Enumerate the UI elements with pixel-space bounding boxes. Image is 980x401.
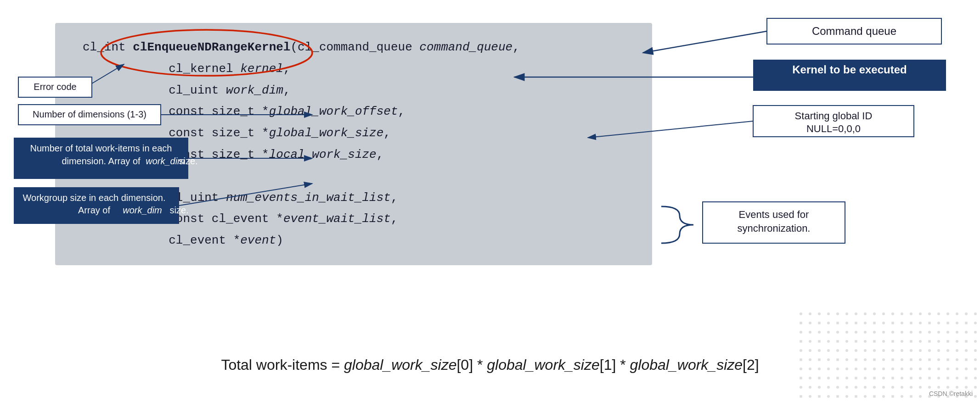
formula-label: Total work-items =: [221, 356, 344, 373]
svg-text:Command queue: Command queue: [812, 25, 896, 37]
code-param-0: (cl_command_queue command_queue,: [290, 40, 519, 54]
code-line-10: cl_event *event): [83, 230, 634, 251]
code-line-6: const size_t *local_work_size,: [83, 144, 634, 166]
formula-gws1-name: global_work_size: [487, 356, 599, 373]
code-block: cl_int clEnqueueNDRangeKernel(cl_command…: [55, 23, 652, 265]
code-function-name: clEnqueueNDRangeKernel: [133, 40, 290, 54]
formula-gws0-name: global_work_size: [344, 356, 456, 373]
svg-text:Events used for: Events used for: [739, 209, 809, 220]
formula-gws0-index: [0] *: [456, 356, 487, 373]
svg-line-3: [643, 31, 767, 53]
code-line-8: cl_uint num_events_in_wait_list,: [83, 187, 634, 209]
code-line-7: [83, 166, 634, 187]
dot-pattern: [796, 309, 980, 401]
formula-gws2-index: [2]: [743, 356, 759, 373]
code-line-4: const size_t *global_work_offset,: [83, 101, 634, 123]
svg-rect-4: [753, 60, 946, 91]
formula-gws2-name: global_work_size: [630, 356, 743, 373]
svg-text:NULL=0,0,0: NULL=0,0,0: [806, 123, 861, 134]
code-prefix: cl_int: [83, 40, 133, 54]
svg-text:synchronization.: synchronization.: [738, 223, 811, 234]
svg-text:Starting global ID: Starting global ID: [795, 110, 873, 122]
formula-gws1-index: [1] *: [600, 356, 630, 373]
code-line-2: cl_kernel kernel,: [83, 58, 634, 80]
svg-rect-34: [796, 309, 980, 401]
code-line-5: const size_t *global_work_size,: [83, 123, 634, 144]
code-line-3: cl_uint work_dim,: [83, 80, 634, 101]
code-line-1: cl_int clEnqueueNDRangeKernel(cl_command…: [83, 37, 634, 58]
svg-rect-1: [767, 18, 941, 44]
diagram-area: cl_int clEnqueueNDRangeKernel(cl_command…: [9, 9, 971, 266]
main-container: cl_int clEnqueueNDRangeKernel(cl_command…: [0, 0, 980, 401]
svg-rect-13: [753, 106, 914, 137]
code-line-9: const cl_event *event_wait_list,: [83, 208, 634, 230]
svg-text:Kernel to be executed: Kernel to be executed: [792, 63, 907, 76]
svg-rect-29: [703, 202, 845, 243]
watermark: CSDN ©retakki: [929, 390, 973, 397]
